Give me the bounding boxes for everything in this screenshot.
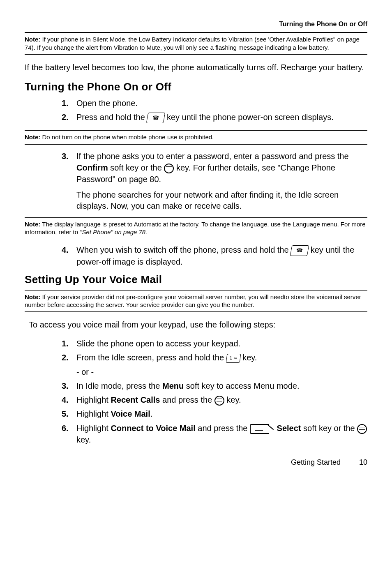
- steps-voicemail: 1. Slide the phone open to access your k…: [62, 338, 367, 364]
- page-footer: Getting Started 10: [25, 458, 367, 467]
- note-label: Note:: [25, 221, 40, 228]
- rule: [25, 290, 367, 291]
- voicemail-intro: To access you voice mail from your keypa…: [29, 319, 367, 330]
- ok-key-icon: [164, 164, 174, 173]
- note-text: If your phone is in Silent Mode, the Low…: [25, 36, 360, 51]
- note-label: Note:: [25, 134, 40, 141]
- menu-label: Menu: [162, 381, 184, 390]
- text: Highlight: [76, 409, 111, 418]
- step-number: 4.: [62, 244, 76, 267]
- step-text: In Idle mode, press the Menu soft key to…: [76, 380, 367, 392]
- step-text: Slide the phone open to access your keyp…: [76, 338, 367, 349]
- step-3: 3. If the phone asks you to enter a pass…: [62, 150, 367, 185]
- voice-mail-label: Voice Mail: [111, 409, 150, 418]
- text: Highlight: [76, 395, 111, 404]
- step-text: From the Idle screen, press and hold the…: [76, 352, 367, 363]
- step-text: Highlight Recent Calls and press the key…: [76, 394, 367, 406]
- text: In Idle mode, press the: [76, 381, 162, 390]
- heading-turning-on-off: Turning the Phone On or Off: [25, 81, 367, 93]
- or-separator: - or -: [76, 366, 367, 378]
- text: Press and hold the: [76, 113, 147, 122]
- step-number: 1.: [62, 97, 76, 109]
- step-text: Press and hold the key until the phone p…: [76, 111, 367, 123]
- step-text: Highlight Connect to Voice Mail and pres…: [76, 422, 367, 446]
- text: key.: [76, 435, 91, 444]
- step-number: 2.: [62, 352, 76, 363]
- rule: [25, 144, 367, 145]
- steps-password: 3. If the phone asks you to enter a pass…: [62, 150, 367, 185]
- step-number: 4.: [62, 394, 76, 406]
- note-reference: "Set Phone" on page 78.: [80, 228, 147, 235]
- rule: [25, 311, 367, 312]
- step-number: 3.: [62, 150, 76, 185]
- page-number: 10: [359, 458, 367, 467]
- vm-step-3: 3. In Idle mode, press the Menu soft key…: [62, 380, 367, 392]
- note-language: Note: The display language is preset to …: [25, 220, 367, 236]
- step-text: When you wish to switch off the phone, p…: [76, 244, 367, 267]
- left-softkey-icon: [250, 424, 274, 434]
- step-number: 2.: [62, 111, 76, 123]
- step-text: Open the phone.: [76, 97, 367, 109]
- vm-step-5: 5. Highlight Voice Mail.: [62, 408, 367, 420]
- recent-calls-label: Recent Calls: [111, 395, 160, 404]
- text: soft key or the: [303, 424, 357, 433]
- text: When you wish to switch off the phone, p…: [76, 245, 291, 254]
- text: From the Idle screen, press and hold the: [76, 353, 226, 362]
- step-number: 3.: [62, 380, 76, 392]
- confirm-label: Confirm: [76, 163, 108, 172]
- one-key-icon: [226, 354, 241, 363]
- note-label: Note:: [25, 36, 40, 43]
- step-4: 4. When you wish to switch off the phone…: [62, 244, 367, 267]
- note-label: Note:: [25, 293, 40, 300]
- text: soft key or the: [110, 163, 164, 172]
- step-text: Highlight Voice Mail.: [76, 408, 367, 420]
- ok-key-icon: [357, 424, 367, 434]
- note-text: If your service provider did not pre-con…: [25, 293, 361, 309]
- footer-section: Getting Started: [291, 458, 341, 466]
- rule: [25, 54, 367, 55]
- vm-step-1: 1. Slide the phone open to access your k…: [62, 338, 367, 349]
- text: .: [150, 409, 153, 418]
- ok-key-icon: [214, 396, 224, 406]
- step-number: 1.: [62, 338, 76, 349]
- vm-step-6: 6. Highlight Connect to Voice Mail and p…: [62, 422, 367, 446]
- rule: [25, 130, 367, 131]
- step-text: If the phone asks you to enter a passwor…: [76, 150, 367, 185]
- heading-voicemail: Setting Up Your Voice Mail: [25, 273, 367, 286]
- rule: [25, 32, 367, 33]
- text: key.: [226, 395, 241, 404]
- step-number: 5.: [62, 408, 76, 420]
- note-voicemail: Note: If your service provider did not p…: [25, 293, 367, 309]
- steps-poweroff: 4. When you wish to switch off the phone…: [62, 244, 367, 267]
- page-header-section: Turning the Phone On or Off: [25, 21, 367, 28]
- text: and press the: [198, 424, 250, 433]
- battery-low-paragraph: If the battery level becomes too low, th…: [25, 62, 367, 73]
- step-2: 2. Press and hold the key until the phon…: [62, 111, 367, 123]
- vm-step-4: 4. Highlight Recent Calls and press the …: [62, 394, 367, 406]
- step-3-followup: The phone searches for your network and …: [76, 189, 367, 212]
- rule: [25, 239, 367, 239]
- text: Highlight: [76, 424, 111, 433]
- step-number: 6.: [62, 422, 76, 446]
- steps-power: 1. Open the phone. 2. Press and hold the…: [62, 97, 367, 123]
- step-1: 1. Open the phone.: [62, 97, 367, 109]
- steps-voicemail-cont: 3. In Idle mode, press the Menu soft key…: [62, 380, 367, 446]
- note-text: The display language is preset to Automa…: [25, 221, 366, 236]
- note-do-not-turn-on: Note: Do not turn on the phone when mobi…: [25, 133, 367, 141]
- connect-voicemail-label: Connect to Voice Mail: [111, 424, 195, 433]
- text: soft key to access Menu mode.: [186, 381, 300, 390]
- rule: [25, 217, 367, 218]
- vm-step-2: 2. From the Idle screen, press and hold …: [62, 352, 367, 363]
- note-silent-mode: Note: If your phone is in Silent Mode, t…: [25, 35, 367, 51]
- text: If the phone asks you to enter a passwor…: [76, 152, 349, 161]
- text: key until the phone power-on screen disp…: [167, 113, 334, 122]
- text: and press the: [162, 395, 214, 404]
- note-text: Do not turn on the phone when mobile pho…: [40, 134, 214, 141]
- power-key-icon: [290, 245, 309, 256]
- text: key.: [242, 353, 257, 362]
- power-key-icon: [146, 113, 166, 123]
- select-label: Select: [277, 424, 301, 433]
